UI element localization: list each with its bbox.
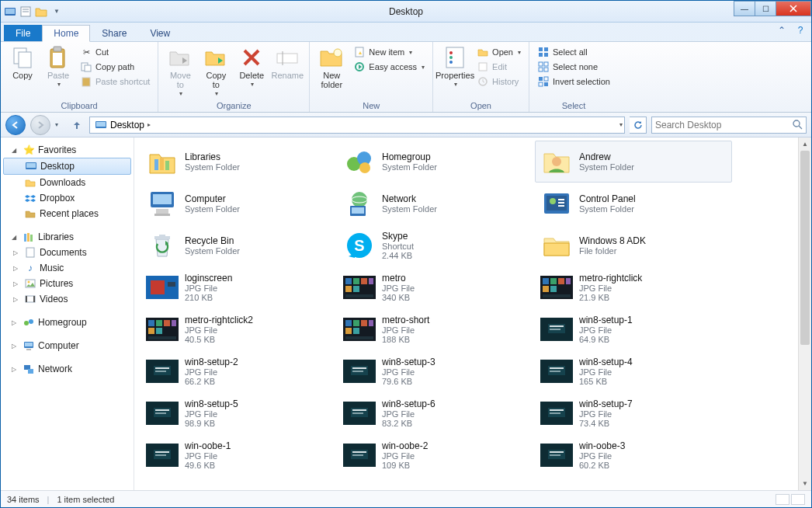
select-none-icon [537, 61, 550, 73]
edit-button[interactable]: Edit [474, 60, 524, 74]
recent-locations-button[interactable]: ▾ [55, 121, 64, 128]
address-dropdown-icon[interactable]: ▾ [619, 121, 623, 128]
tiles-view-button[interactable] [791, 494, 805, 505]
open-button[interactable]: Open▾ [474, 45, 524, 59]
expand-icon[interactable]: ▷ [13, 296, 21, 303]
file-item[interactable]: win8-setup-3JPG File79.6 KB [338, 350, 535, 392]
file-item[interactable]: metro-shortJPG File188 KB [338, 308, 535, 350]
chevron-right-icon[interactable]: ▸ [147, 121, 151, 128]
file-item[interactable]: win8-setup-6JPG File83.2 KB [338, 392, 535, 434]
file-item[interactable]: SSkypeShortcut2.44 KB [338, 224, 535, 266]
paste-button[interactable]: Paste ▾ [41, 43, 75, 88]
expand-icon[interactable]: ▷ [13, 249, 21, 256]
sidebar-libraries[interactable]: ◢Libraries [1, 229, 134, 245]
collapse-icon[interactable]: ◢ [12, 234, 19, 241]
chevron-down-icon: ▾ [454, 81, 457, 88]
file-item[interactable]: win8-setup-1JPG File64.9 KB [535, 308, 732, 350]
expand-icon[interactable]: ▷ [12, 366, 19, 373]
file-item[interactable]: metro-rightclickJPG File21.9 KB [535, 266, 732, 308]
rename-button[interactable]: Rename [270, 43, 304, 80]
help-icon[interactable]: ? [794, 24, 807, 37]
cut-button[interactable]: ✂Cut [77, 45, 153, 59]
file-item[interactable]: NetworkSystem Folder [338, 183, 535, 224]
file-item[interactable]: win-oobe-3JPG File60.2 KB [535, 434, 732, 476]
tab-file[interactable]: File [4, 25, 42, 41]
file-item[interactable]: win8-setup-2JPG File66.2 KB [141, 350, 338, 392]
invert-selection-button[interactable]: Invert selection [534, 75, 613, 89]
back-button[interactable] [5, 115, 26, 135]
item-type: JPG File [579, 367, 633, 377]
sidebar-dropbox[interactable]: Dropbox [1, 190, 134, 206]
folder-qat-icon[interactable] [35, 5, 47, 18]
sidebar-videos[interactable]: ▷Videos [1, 291, 134, 307]
properties-button[interactable]: Properties▾ [438, 43, 472, 88]
select-all-button[interactable]: Select all [534, 45, 613, 59]
file-item[interactable]: LibrariesSystem Folder [141, 141, 338, 183]
close-button[interactable] [776, 1, 811, 16]
qat-dropdown-icon[interactable]: ▼ [50, 5, 63, 18]
file-item[interactable]: win8-setup-7JPG File73.4 KB [535, 392, 732, 434]
expand-icon[interactable]: ▷ [12, 319, 19, 326]
select-none-button[interactable]: Select none [534, 60, 613, 74]
breadcrumb-segment[interactable]: Desktop [110, 120, 144, 130]
item-name: loginscreen [185, 273, 232, 284]
sidebar-recent[interactable]: Recent places [1, 206, 134, 221]
sidebar-favorites[interactable]: ◢⭐Favorites [1, 142, 134, 158]
sidebar-homegroup[interactable]: ▷Homegroup [1, 315, 134, 330]
file-item[interactable]: win-oobe-1JPG File49.6 KB [141, 434, 338, 476]
maximize-button[interactable]: ☐ [755, 1, 776, 16]
delete-button[interactable]: Delete▾ [234, 43, 269, 88]
sidebar-music[interactable]: ▷♪Music [1, 260, 134, 276]
vertical-scrollbar[interactable]: ▲ ▼ [798, 137, 811, 490]
file-item[interactable]: Recycle BinSystem Folder [141, 224, 338, 266]
scroll-up-button[interactable]: ▲ [799, 137, 811, 151]
details-view-button[interactable] [776, 494, 789, 505]
up-button[interactable] [69, 117, 85, 133]
expand-icon[interactable]: ▷ [13, 265, 21, 272]
paste-shortcut-button[interactable]: Paste shortcut [77, 75, 153, 89]
file-item[interactable]: AndrewSystem Folder [535, 141, 732, 183]
tab-home[interactable]: Home [42, 25, 90, 42]
move-to-button[interactable]: Move to▾ [163, 43, 197, 97]
file-item[interactable]: ComputerSystem Folder [141, 183, 338, 224]
file-item[interactable]: Windows 8 ADKFile folder [535, 224, 732, 266]
tab-view[interactable]: View [138, 25, 182, 41]
scroll-down-button[interactable]: ▼ [799, 477, 811, 490]
sidebar-pictures[interactable]: ▷Pictures [1, 276, 134, 291]
file-item[interactable]: win8-setup-5JPG File98.9 KB [141, 392, 338, 434]
new-item-button[interactable]: New item▾ [350, 45, 428, 59]
expand-icon[interactable]: ▷ [13, 280, 21, 287]
properties-qat-icon[interactable] [19, 5, 32, 18]
minimize-button[interactable]: — [734, 1, 755, 16]
tab-share[interactable]: Share [90, 25, 138, 41]
file-item[interactable]: loginscreenJPG File210 KB [141, 266, 338, 308]
sidebar-network[interactable]: ▷Network [1, 361, 134, 377]
copy-button[interactable]: Copy [5, 43, 40, 80]
file-item[interactable]: Control PanelSystem Folder [535, 183, 732, 224]
file-item[interactable]: win-oobe-2JPG File109 KB [338, 434, 535, 476]
history-button[interactable]: History [474, 75, 524, 89]
sidebar-downloads[interactable]: Downloads [1, 175, 134, 190]
sidebar-computer[interactable]: ▷Computer [1, 338, 134, 353]
search-box[interactable]: Search Desktop [651, 117, 807, 134]
easy-access-button[interactable]: Easy access▾ [350, 60, 428, 74]
new-folder-button[interactable]: New folder [314, 43, 349, 89]
file-item[interactable]: metro-rightclick2JPG File40.5 KB [141, 308, 338, 350]
minimize-ribbon-icon[interactable]: ⌃ [776, 24, 788, 37]
file-item[interactable]: HomegroupSystem Folder [338, 141, 535, 183]
refresh-button[interactable] [630, 117, 647, 134]
file-item[interactable]: win8-setup-4JPG File165 KB [535, 350, 732, 392]
sidebar-documents[interactable]: ▷Documents [1, 245, 134, 260]
forward-button[interactable] [30, 115, 50, 135]
collapse-icon[interactable]: ◢ [12, 147, 19, 154]
scroll-thumb[interactable] [800, 151, 810, 345]
address-bar[interactable]: Desktop▸ ▾ [89, 117, 625, 134]
svg-rect-104 [164, 320, 170, 326]
expand-icon[interactable]: ▷ [12, 343, 19, 350]
edit-icon [477, 61, 489, 73]
copy-path-button[interactable]: Copy path [77, 60, 153, 74]
file-item[interactable]: metroJPG File340 KB [338, 266, 535, 308]
copy-to-button[interactable]: Copy to▾ [199, 43, 233, 97]
sidebar-desktop[interactable]: Desktop [3, 158, 131, 175]
svg-rect-143 [550, 409, 564, 411]
